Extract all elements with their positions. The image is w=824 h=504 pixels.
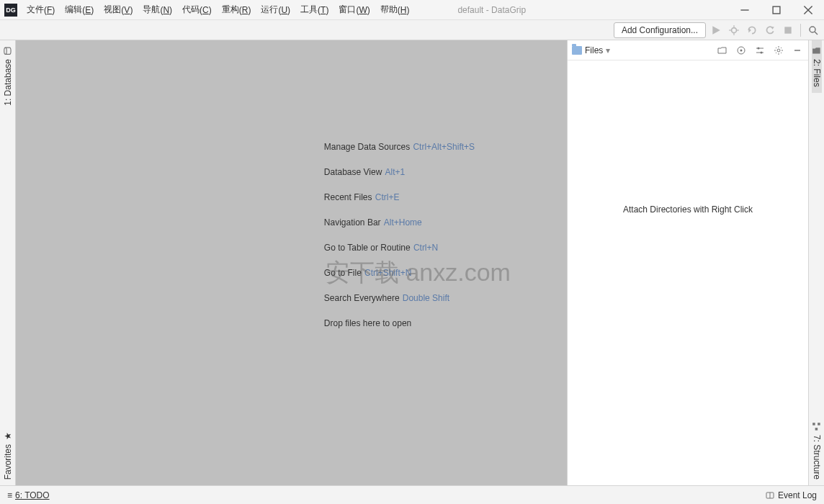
- hint-navigation-bar: Navigation Bar Alt+Home: [324, 215, 475, 228]
- files-panel-title[interactable]: Files ▾: [585, 45, 610, 55]
- database-icon: [3, 46, 13, 56]
- menu-tools[interactable]: 工具(T): [295, 0, 333, 20]
- left-tool-gutter: 1: Database Favorites ★: [0, 40, 16, 485]
- svg-marker-11: [771, 27, 774, 30]
- run-icon[interactable]: [708, 22, 724, 38]
- menu-file[interactable]: 文件(F): [22, 0, 60, 20]
- svg-point-22: [777, 49, 780, 52]
- svg-rect-1: [773, 6, 780, 14]
- structure-icon: [812, 422, 822, 432]
- rerun-icon[interactable]: [744, 22, 760, 38]
- svg-line-29: [776, 53, 776, 53]
- files-panel-header: Files ▾: [568, 40, 808, 60]
- svg-marker-4: [712, 26, 720, 35]
- menu-code[interactable]: 代码(C): [177, 0, 217, 20]
- hint-go-to-file: Go to File Ctrl+Shift+N: [324, 266, 475, 278]
- files-tool-tab[interactable]: 2: Files: [812, 40, 822, 93]
- structure-tool-tab[interactable]: 7: Structure: [812, 416, 822, 485]
- app-icon: DG: [4, 4, 17, 17]
- hint-go-to-table: Go to Table or Routine Ctrl+N: [324, 240, 475, 253]
- minimize-panel-icon[interactable]: [791, 44, 804, 57]
- main-toolbar: Add Configuration...: [0, 20, 824, 40]
- svg-rect-33: [818, 423, 820, 426]
- sliders-icon[interactable]: [753, 44, 766, 57]
- hint-search-everywhere: Search Everywhere Double Shift: [324, 291, 475, 303]
- stop-icon[interactable]: [780, 22, 796, 38]
- svg-rect-34: [815, 428, 818, 431]
- menu-help[interactable]: 帮助(H): [375, 0, 415, 20]
- event-log-icon: [765, 490, 775, 500]
- menu-edit[interactable]: 编辑(E): [60, 0, 99, 20]
- favorites-tool-tab[interactable]: Favorites ★: [3, 426, 13, 485]
- update-icon[interactable]: [762, 22, 778, 38]
- files-panel-body[interactable]: Attach Directories with Right Click: [568, 60, 808, 485]
- svg-marker-10: [748, 27, 751, 32]
- list-icon: ≡: [7, 490, 12, 500]
- svg-point-17: [740, 49, 743, 51]
- hint-manage-data-sources: Manage Data Sources Ctrl+Alt+Shift+S: [324, 140, 475, 152]
- window-title: default - DataGrip: [457, 5, 526, 15]
- gear-icon[interactable]: [772, 44, 785, 57]
- menu-bar: 文件(F) 编辑(E) 视图(V) 导航(N) 代码(C) 重构(R) 运行(U…: [22, 0, 729, 20]
- star-icon: ★: [3, 431, 13, 441]
- files-panel-empty-text: Attach Directories with Right Click: [623, 204, 753, 215]
- title-bar: DG 文件(F) 编辑(E) 视图(V) 导航(N) 代码(C) 重构(R) 运…: [0, 0, 824, 20]
- event-log-button[interactable]: Event Log: [778, 490, 817, 500]
- svg-rect-12: [784, 27, 791, 33]
- welcome-hints: Manage Data Sources Ctrl+Alt+Shift+S Dat…: [324, 140, 475, 328]
- chevron-down-icon: ▾: [606, 45, 610, 55]
- menu-refactor[interactable]: 重构(R): [217, 0, 256, 20]
- svg-point-15: [4, 48, 6, 54]
- svg-point-13: [810, 27, 815, 32]
- svg-rect-32: [812, 423, 815, 426]
- open-folder-icon[interactable]: [716, 44, 729, 57]
- hint-recent-files: Recent Files Ctrl+E: [324, 190, 475, 202]
- menu-window[interactable]: 窗口(W): [333, 0, 375, 20]
- svg-point-20: [758, 47, 760, 49]
- target-icon[interactable]: [735, 44, 748, 57]
- svg-line-28: [781, 53, 782, 53]
- right-tool-gutter: 2: Files 7: Structure: [808, 40, 824, 485]
- search-icon[interactable]: [805, 22, 821, 38]
- debug-icon[interactable]: [726, 22, 742, 38]
- menu-navigate[interactable]: 导航(N): [138, 0, 177, 20]
- database-tool-tab[interactable]: 1: Database: [3, 40, 13, 112]
- todo-status[interactable]: 6: TODO: [15, 490, 50, 500]
- svg-line-27: [776, 48, 776, 48]
- svg-line-30: [781, 48, 782, 48]
- menu-view[interactable]: 视图(V): [99, 0, 138, 20]
- close-button[interactable]: [792, 0, 824, 20]
- add-configuration-button[interactable]: Add Configuration...: [614, 22, 706, 38]
- svg-line-14: [815, 32, 818, 35]
- hint-database-view: Database View Alt+1: [324, 165, 475, 177]
- editor-area[interactable]: Manage Data Sources Ctrl+Alt+Shift+S Dat…: [16, 40, 567, 485]
- svg-point-5: [732, 27, 737, 32]
- folder-icon: [572, 46, 582, 55]
- folder-icon: [812, 46, 822, 56]
- menu-run[interactable]: 运行(U): [256, 0, 295, 20]
- svg-point-21: [761, 51, 763, 53]
- maximize-button[interactable]: [761, 0, 792, 20]
- files-panel: Files ▾ Attach Directories with Right Cl…: [567, 40, 808, 485]
- status-bar: ≡ 6: TODO Event Log: [0, 485, 824, 504]
- minimize-button[interactable]: [729, 0, 761, 20]
- hint-drop-files: Drop files here to open: [324, 316, 475, 328]
